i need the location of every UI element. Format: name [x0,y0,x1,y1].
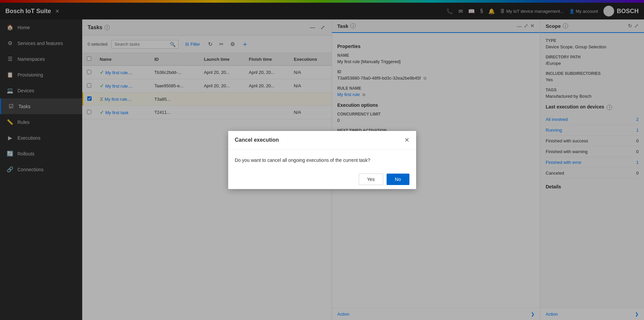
modal-overlay: Cancel execution ✕ Do you want to cancel… [0,0,644,320]
yes-button[interactable]: Yes [359,174,383,185]
modal-title: Cancel execution [235,137,279,143]
modal-message: Do you want to cancel all ongoing execut… [235,157,370,163]
modal-footer: Yes No [228,170,416,189]
no-button[interactable]: No [387,174,409,185]
cancel-execution-modal: Cancel execution ✕ Do you want to cancel… [228,131,416,189]
modal-header: Cancel execution ✕ [228,131,416,149]
modal-close-button[interactable]: ✕ [404,136,409,144]
modal-body: Do you want to cancel all ongoing execut… [228,149,416,170]
